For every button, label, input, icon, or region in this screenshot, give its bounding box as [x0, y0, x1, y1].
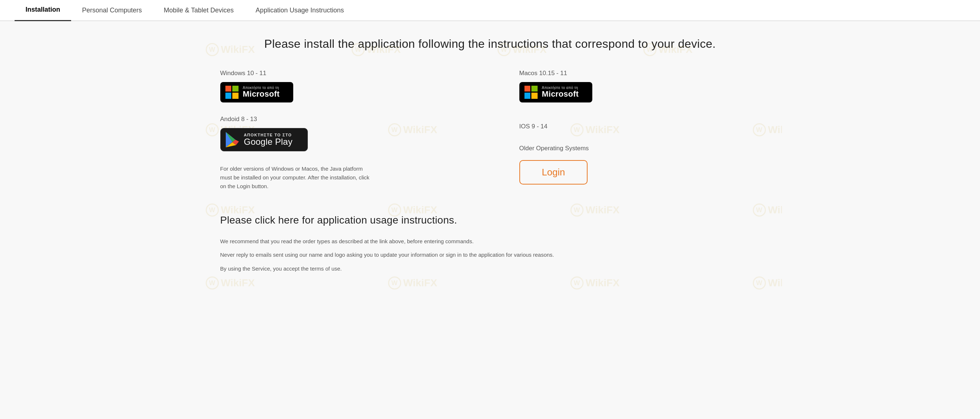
- nav-installation[interactable]: Installation: [14, 0, 71, 21]
- installation-note: For older versions of Windows or Macos, …: [220, 165, 374, 191]
- ms-icon-red-2: [525, 86, 531, 92]
- ms-icon-blue-2: [525, 93, 531, 99]
- ms-icon-red: [225, 86, 232, 92]
- ms-icon-green: [232, 86, 239, 92]
- windows-ms-badge[interactable]: Αποκτήστε το από τη Microsoft: [220, 82, 293, 103]
- ms-badge-large-macos: Microsoft: [542, 90, 579, 98]
- ms-icon-yellow-2: [531, 93, 538, 99]
- left-column: Windows 10 - 11 Αποκτήστε το από τη Micr…: [220, 70, 490, 191]
- watermark-17: WWikiFX: [753, 276, 782, 290]
- never-reply-text: Never reply to emails sent using our nam…: [220, 250, 760, 260]
- nav-mobile-tablet[interactable]: Mobile & Tablet Devices: [153, 0, 245, 21]
- login-button[interactable]: Login: [519, 160, 588, 184]
- google-play-icon: [226, 132, 239, 147]
- watermark-14: WWikiFX: [206, 276, 255, 290]
- ms-badge-small-macos: Αποκτήστε το από τη: [542, 86, 579, 90]
- navbar: Installation Personal Computers Mobile &…: [0, 0, 980, 21]
- click-here-heading: Please click here for application usage …: [220, 213, 760, 228]
- watermark-16: WWikiFX: [570, 276, 620, 290]
- ms-badge-text: Αποκτήστε το από τη Microsoft: [243, 86, 280, 98]
- google-play-badge[interactable]: ΑΠΟΚΤΗΣΤΕ ΤΟ ΣΤΟ Google Play: [220, 128, 308, 151]
- nav-personal-computers[interactable]: Personal Computers: [71, 0, 153, 21]
- ms-icon-blue: [225, 93, 232, 99]
- ms-icon-yellow: [232, 93, 239, 99]
- ms-badge-text-macos: Αποκτήστε το από τη Microsoft: [542, 86, 579, 98]
- ms-icon-green-2: [531, 86, 538, 92]
- older-os-label: Older Operating Systems: [519, 145, 760, 152]
- windows-label: Windows 10 - 11: [220, 70, 461, 77]
- right-column: Macos 10.15 - 11 Αποκτήστε το από τη Mic…: [490, 70, 760, 191]
- page-headline: Please install the application following…: [220, 36, 760, 52]
- watermark-15: WWikiFX: [388, 276, 437, 290]
- bottom-section: Please click here for application usage …: [220, 213, 760, 273]
- recommendation-text: We recommend that you read the order typ…: [220, 236, 760, 246]
- microsoft-icon-macos: [525, 86, 538, 99]
- gp-badge-large: Google Play: [244, 137, 293, 147]
- gp-badge-small: ΑΠΟΚΤΗΣΤΕ ΤΟ ΣΤΟ: [244, 133, 293, 137]
- ios-label: IOS 9 - 14: [519, 123, 760, 130]
- terms-text: By using the Service, you accept the ter…: [220, 264, 760, 273]
- macos-label: Macos 10.15 - 11: [519, 70, 760, 77]
- main-content: WWikiFX WWikiFX WWikiFX WWikiFX WWikiFX …: [199, 21, 782, 299]
- macos-ms-badge[interactable]: Αποκτήστε το από τη Microsoft: [519, 82, 592, 103]
- android-label: Andoid 8 - 13: [220, 116, 461, 123]
- ms-badge-small: Αποκτήστε το από τη: [243, 86, 280, 90]
- microsoft-icon: [225, 86, 239, 99]
- columns-container: Windows 10 - 11 Αποκτήστε το από τη Micr…: [220, 70, 760, 191]
- gp-badge-text: ΑΠΟΚΤΗΣΤΕ ΤΟ ΣΤΟ Google Play: [244, 133, 293, 147]
- ms-badge-large: Microsoft: [243, 90, 280, 98]
- nav-app-usage[interactable]: Application Usage Instructions: [245, 0, 355, 21]
